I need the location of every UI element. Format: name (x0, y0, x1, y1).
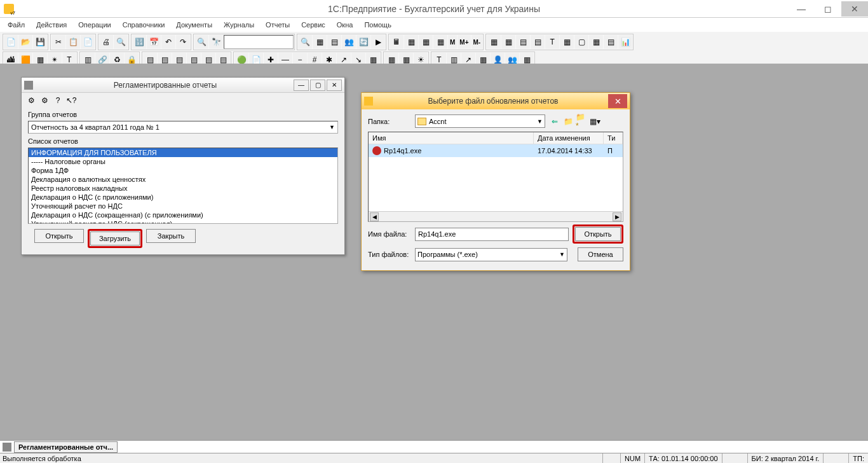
grid2-icon[interactable]: ▦ (501, 35, 515, 49)
view-menu-icon[interactable]: ▦▾ (589, 116, 600, 127)
calc-icon[interactable]: 🔢 (132, 35, 146, 49)
list-item[interactable]: ----- Налоговые органы (29, 157, 337, 166)
new-folder-icon[interactable]: 📁* (576, 116, 587, 127)
close-button[interactable]: ✕ (841, 1, 868, 17)
calendar-icon[interactable]: 📅 (147, 35, 161, 49)
reports-toolbar: ⚙ ⚙ ? ↖? (22, 93, 344, 108)
tool-b-icon[interactable]: ▤ (327, 35, 341, 49)
paste-icon[interactable]: 📄 (81, 35, 95, 49)
reports-open-button[interactable]: Открыть (34, 229, 84, 243)
list-item[interactable]: Уточняющий расчет по НДС (29, 202, 337, 211)
reports-pointer-icon[interactable]: ↖? (65, 95, 77, 106)
dm-icon[interactable]: ▦ (419, 35, 433, 49)
file-dialog-close-button[interactable]: ✕ (608, 94, 627, 108)
calculator-icon[interactable]: 🖩 (390, 35, 403, 49)
text-icon[interactable]: T (545, 35, 559, 49)
list-item[interactable]: ИНФОРМАЦИЯ ДЛЯ ПОЛЬЗОВАТЕЛЯ (29, 148, 337, 157)
filetype-label: Тип файлов: (368, 251, 411, 258)
menu-references[interactable]: Справочники (118, 19, 170, 31)
list-item[interactable]: Уточняющий расчет по НДС (сокращенная) (29, 219, 337, 224)
cut-icon[interactable]: ✂ (51, 35, 65, 49)
list-icon[interactable]: ▤ (516, 35, 530, 49)
back-icon[interactable]: ⇐ (549, 116, 560, 127)
scroll-left-icon[interactable]: ◀ (370, 212, 379, 221)
list-item[interactable]: Форма 1ДФ (29, 166, 337, 175)
status-message: Выполняется обработка (0, 455, 602, 462)
copy-icon[interactable]: 📋 (66, 35, 80, 49)
menu-file[interactable]: Файл (3, 19, 30, 31)
open-icon[interactable]: 📂 (18, 35, 32, 49)
menu-windows[interactable]: Окна (332, 19, 358, 31)
list-item[interactable]: Декларация о НДС (сокращенная) (с прилож… (29, 211, 337, 219)
up-folder-icon[interactable]: 📁 (562, 116, 574, 127)
filename-input[interactable] (415, 228, 569, 241)
m-bold[interactable]: M (448, 35, 457, 49)
menu-journals[interactable]: Журналы (219, 19, 259, 31)
group-select[interactable]: Отчетность за 4 квартал 2011 года № 1 ▼ (28, 121, 338, 134)
reports-load-button[interactable]: Загрузить (90, 232, 140, 245)
m-minus[interactable]: M- (471, 35, 483, 49)
col-type[interactable]: Ти (604, 132, 623, 144)
col-date[interactable]: Дата изменения (534, 132, 604, 144)
scroll-right-icon[interactable]: ▶ (613, 212, 621, 221)
list2-icon[interactable]: ▤ (531, 35, 545, 49)
reports-minimize-button[interactable]: — (294, 79, 309, 91)
window-controls: — ◻ ✕ (788, 1, 868, 17)
file-dialog-icon (364, 97, 373, 106)
tmk-icon[interactable]: ▦ (404, 35, 418, 49)
file-list[interactable]: Имя Дата изменения Ти Rp14q1.exe 17.04.2… (368, 132, 623, 222)
list-item[interactable]: Реестр налоговых накладных (29, 184, 337, 193)
db-icon[interactable]: ▦ (433, 35, 447, 49)
m-plus[interactable]: M+ (458, 35, 470, 49)
menu-operations[interactable]: Операции (73, 19, 116, 31)
sheet-icon[interactable]: ▦ (589, 35, 603, 49)
menu-help[interactable]: Помощь (359, 19, 397, 31)
print-icon[interactable]: 🖨 (99, 35, 113, 49)
reports-tool2-icon[interactable]: ⚙ (39, 95, 50, 106)
menu-documents[interactable]: Документы (171, 19, 217, 31)
app-title: 1С:Предприятие - Бухгалтерский учет для … (328, 4, 540, 14)
people-icon[interactable]: 👥 (342, 35, 356, 49)
undo-icon[interactable]: ↶ (161, 35, 175, 49)
menu-service[interactable]: Сервис (296, 19, 330, 31)
box-icon[interactable]: ▢ (574, 35, 588, 49)
filetype-combo[interactable]: Программы (*.exe) ▼ (415, 248, 567, 261)
binoculars-icon[interactable]: 🔭 (209, 35, 223, 49)
menu-actions[interactable]: Действия (31, 19, 72, 31)
new-icon[interactable]: 📄 (4, 35, 18, 49)
search-combo[interactable] (224, 35, 294, 49)
reports-close-button[interactable]: ✕ (327, 79, 342, 91)
grid-icon[interactable]: ▦ (487, 35, 501, 49)
sort-icon[interactable]: ▦ (560, 35, 574, 49)
reports-close-dialog-button[interactable]: Закрыть (146, 229, 196, 243)
status-blank2 (722, 453, 747, 463)
maximize-button[interactable]: ◻ (815, 1, 841, 17)
file-row[interactable]: Rp14q1.exe 17.04.2014 14:33 П (369, 144, 623, 157)
file-open-button[interactable]: Открыть (575, 227, 621, 241)
tool-a-icon[interactable]: ▦ (313, 35, 327, 49)
run-icon[interactable]: ▶ (371, 35, 385, 49)
minimize-button[interactable]: — (788, 1, 815, 17)
status-blank (602, 453, 620, 463)
report-icon[interactable]: ▤ (604, 35, 618, 49)
reports-maximize-button[interactable]: ▢ (310, 79, 325, 91)
file-list-hscroll[interactable]: ◀ ▶ (369, 211, 623, 221)
preview-icon[interactable]: 🔍 (114, 35, 128, 49)
list-item[interactable]: Декларация о НДС (с приложениями) (29, 193, 337, 202)
reports-help-icon[interactable]: ? (52, 95, 64, 106)
chart-icon[interactable]: 📊 (618, 35, 632, 49)
file-cancel-button[interactable]: Отмена (578, 247, 623, 261)
menu-reports[interactable]: Отчеты (261, 19, 295, 31)
reports-listbox[interactable]: ИНФОРМАЦИЯ ДЛЯ ПОЛЬЗОВАТЕЛЯ ----- Налого… (28, 148, 338, 224)
redo-icon[interactable]: ↷ (176, 35, 190, 49)
folder-combo[interactable]: Accnt ▼ (415, 114, 545, 128)
statusbar: Выполняется обработка NUM ТА: 01.01.14 0… (0, 453, 868, 463)
save-icon[interactable]: 💾 (33, 35, 47, 49)
taskbar-item[interactable]: Регламентированные отч... (14, 441, 118, 453)
reports-tool1-icon[interactable]: ⚙ (25, 95, 37, 106)
col-name[interactable]: Имя (369, 132, 534, 144)
refresh-icon[interactable]: 🔄 (356, 35, 370, 49)
find-icon[interactable]: 🔍 (194, 35, 208, 49)
list-item[interactable]: Декларация о валютных ценностях (29, 175, 337, 184)
zoom-icon[interactable]: 🔍 (298, 35, 312, 49)
